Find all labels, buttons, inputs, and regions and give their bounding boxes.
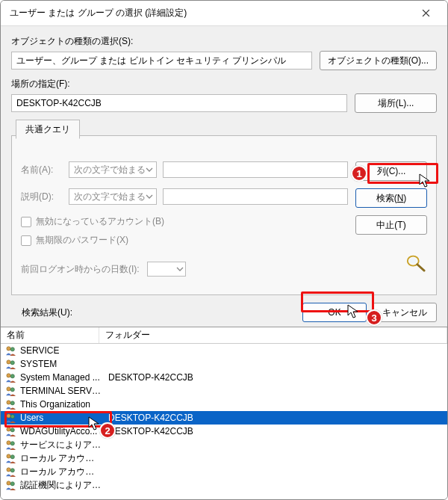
svg-point-23 — [10, 482, 14, 486]
row-name: サービスによりアサ... — [20, 439, 102, 451]
object-type-label: オブジェクトの種類の選択(S): — [11, 35, 437, 48]
location-field[interactable]: DESKTOP-K42CCJB — [11, 94, 347, 112]
svg-point-12 — [7, 414, 10, 418]
svg-point-10 — [7, 401, 10, 404]
days-since-logon-combo[interactable] — [147, 262, 186, 277]
svg-point-3 — [10, 348, 14, 351]
table-row[interactable]: サービスによりアサ... — [1, 438, 447, 451]
object-type-field[interactable]: ユーザー、グループ または ビルトイン セキュリティ プリンシパル — [11, 52, 312, 70]
chevron-down-icon — [146, 166, 153, 173]
svg-point-18 — [7, 454, 10, 458]
description-combo[interactable]: 次の文字で始まる — [69, 188, 157, 205]
row-folder: DESKTOP-K42CCJB — [105, 413, 447, 423]
group-icon — [5, 386, 17, 396]
table-row[interactable]: SYSTEM — [1, 357, 447, 371]
svg-point-14 — [7, 428, 10, 431]
svg-point-5 — [10, 361, 14, 365]
location-value: DESKTOP-K42CCJB — [16, 98, 102, 108]
svg-point-9 — [10, 388, 14, 392]
svg-point-19 — [10, 455, 14, 459]
group-icon — [5, 345, 17, 356]
group-icon — [5, 359, 17, 369]
group-icon — [5, 426, 17, 436]
find-now-button[interactable]: 検索(N) — [355, 188, 427, 208]
row-name: SERVICE — [20, 345, 102, 356]
titlebar: ユーザー または グループ の選択 (詳細設定) — [1, 1, 447, 26]
close-button[interactable] — [410, 2, 441, 25]
row-name: ローカル アカウント — [20, 452, 102, 465]
table-row[interactable]: ローカル アカウント — [1, 451, 447, 465]
cancel-button[interactable]: キャンセル — [373, 303, 437, 322]
svg-point-4 — [7, 360, 10, 364]
name-label: 名前(A): — [21, 164, 63, 176]
column-header-name[interactable]: 名前 — [1, 327, 99, 343]
group-icon — [5, 439, 17, 450]
dialog-content: オブジェクトの種類の選択(S): ユーザー、グループ または ビルトイン セキュ… — [1, 26, 447, 298]
search-results-label: 検索結果(U): — [11, 306, 296, 319]
chevron-down-icon — [176, 265, 184, 273]
table-row[interactable]: This Organization — [1, 398, 447, 411]
row-folder: DESKTOP-K42CCJB — [105, 372, 447, 383]
svg-point-13 — [10, 415, 14, 419]
svg-point-1 — [410, 258, 417, 263]
columns-button[interactable]: 列(C)... — [355, 161, 427, 181]
name-combo[interactable]: 次の文字で始まる — [69, 161, 157, 178]
tab-common-query[interactable]: 共通クエリ — [16, 120, 80, 139]
search-decor-icon — [405, 253, 427, 274]
group-icon — [5, 413, 17, 423]
row-name: SYSTEM — [20, 359, 102, 369]
group-icon — [5, 466, 17, 477]
days-since-logon-label: 前回ログオン時からの日数(I): — [21, 263, 140, 276]
row-name: Users — [20, 413, 102, 423]
row-name: TERMINAL SERVE... — [20, 386, 102, 396]
stop-button[interactable]: 中止(T) — [355, 215, 427, 235]
common-query-group: 共通クエリ 名前(A): 次の文字で始まる 説明(D): 次の — [11, 120, 437, 295]
table-row[interactable]: 認証機関によりアサ... — [1, 478, 447, 492]
object-type-value: ユーザー、グループ または ビルトイン セキュリティ プリンシパル — [16, 55, 286, 67]
svg-point-15 — [10, 428, 14, 432]
svg-point-8 — [7, 387, 10, 391]
query-left-column: 名前(A): 次の文字で始まる 説明(D): 次の文字で始まる — [21, 161, 348, 277]
locations-button[interactable]: 場所(L)... — [355, 93, 437, 113]
group-inner: 名前(A): 次の文字で始まる 説明(D): 次の文字で始まる — [11, 135, 437, 295]
description-label: 説明(D): — [21, 191, 63, 203]
object-types-button[interactable]: オブジェクトの種類(O)... — [320, 51, 437, 70]
window-title: ユーザー または グループ の選択 (詳細設定) — [10, 7, 410, 19]
row-name: WDAGUtilityAcco... — [20, 426, 102, 436]
table-row[interactable]: SERVICE — [1, 344, 447, 357]
group-icon — [5, 480, 17, 490]
table-row[interactable]: WDAGUtilityAcco...DESKTOP-K42CCJB — [1, 425, 447, 438]
results-rows: SERVICESYSTEMSystem Managed ...DESKTOP-K… — [1, 344, 447, 499]
svg-point-16 — [7, 441, 10, 445]
search-results-list[interactable]: 名前 フォルダー SERVICESYSTEMSystem Managed ...… — [1, 327, 447, 499]
group-icon — [5, 372, 17, 383]
group-icon — [5, 453, 17, 463]
column-header-folder[interactable]: フォルダー — [99, 327, 447, 343]
svg-point-22 — [7, 481, 10, 485]
svg-point-6 — [7, 374, 10, 377]
row-name: This Organization — [20, 399, 102, 410]
nonexpiring-password-checkbox[interactable] — [21, 235, 31, 246]
disabled-accounts-checkbox[interactable] — [21, 217, 31, 227]
query-right-column: 列(C)... 検索(N) 中止(T) — [355, 161, 427, 277]
table-row[interactable]: System Managed ...DESKTOP-K42CCJB — [1, 371, 447, 384]
results-column-headers: 名前 フォルダー — [1, 327, 447, 344]
table-row[interactable]: TERMINAL SERVE... — [1, 384, 447, 398]
table-row[interactable]: UsersDESKTOP-K42CCJB — [1, 411, 447, 425]
svg-point-2 — [7, 347, 10, 351]
close-icon — [422, 9, 430, 17]
table-row[interactable]: ローカル アカウントと ... — [1, 465, 447, 478]
row-name: ローカル アカウントと ... — [20, 466, 102, 478]
svg-point-20 — [7, 468, 10, 472]
nonexpiring-password-label: 無期限のパスワード(X) — [36, 234, 128, 247]
row-name: System Managed ... — [20, 372, 102, 383]
row-folder: DESKTOP-K42CCJB — [105, 426, 447, 436]
svg-point-11 — [10, 401, 14, 405]
dialog-window: ユーザー または グループ の選択 (詳細設定) オブジェクトの種類の選択(S)… — [0, 0, 448, 500]
location-label: 場所の指定(F): — [11, 78, 437, 90]
row-name: 認証機関によりアサ... — [20, 479, 102, 492]
description-input[interactable] — [163, 188, 348, 205]
ok-button[interactable]: OK — [302, 303, 367, 322]
name-input[interactable] — [163, 161, 348, 178]
svg-point-21 — [10, 469, 14, 472]
